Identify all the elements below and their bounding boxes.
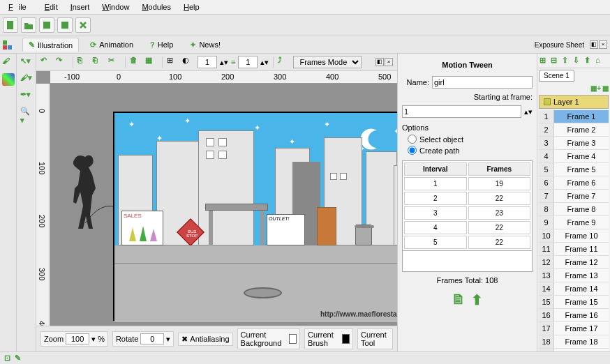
manhole [244, 287, 282, 298]
save-button[interactable] [39, 17, 54, 33]
menubar: File Edit Insert Window Modules Help [0, 0, 610, 15]
cut-icon[interactable]: ✂ [108, 56, 121, 68]
scene-tab[interactable]: Scene 1 [539, 70, 574, 82]
paste-icon[interactable]: ⎗ [93, 56, 105, 68]
select-tool-icon[interactable]: ↖︎▾ [20, 56, 33, 69]
menu-window[interactable]: Window [96, 1, 135, 13]
lock-icon[interactable]: ⬆ [584, 56, 594, 66]
tween-apply-icon[interactable]: ⬆ [471, 291, 483, 308]
tab-news[interactable]: ✦ News! [184, 38, 226, 52]
frame-row[interactable]: 14Frame 14 [539, 282, 609, 296]
frame-row[interactable]: 13Frame 13 [539, 269, 609, 282]
tween-start-input[interactable] [402, 105, 521, 118]
moon-icon [359, 127, 384, 151]
delete-icon[interactable]: 🗑 [130, 56, 142, 68]
frame-row[interactable]: 1Frame 1 [539, 110, 609, 123]
rotate-input[interactable] [140, 333, 164, 344]
move-up-icon[interactable]: ⇧ [562, 56, 572, 66]
layer-add-icon[interactable]: ▦+ [590, 84, 601, 92]
menu-edit[interactable]: Edit [39, 1, 64, 13]
character-girl[interactable] [68, 153, 103, 230]
zoom-input[interactable] [66, 333, 89, 344]
undo-icon[interactable]: ↶ [40, 56, 53, 68]
grid-icon[interactable]: ⊞ [167, 56, 179, 68]
status-icon-2[interactable]: ✎ [15, 354, 21, 363]
bottom-statusbar: Zoom ▾% Rotate ▾ ✖Antialiasing Current B… [36, 326, 397, 351]
frame-row[interactable]: 10Frame 10 [539, 229, 609, 243]
onion-after-input[interactable] [238, 56, 258, 68]
move-down-icon[interactable]: ⇩ [573, 56, 583, 66]
open-button[interactable] [21, 17, 36, 33]
bg-swatch[interactable] [289, 334, 297, 344]
spinner-icon[interactable]: ▴▾ [524, 107, 533, 116]
onion-before-input[interactable] [198, 56, 217, 68]
frame-row[interactable]: 2Frame 2 [539, 123, 609, 137]
brush-swatch[interactable] [342, 334, 350, 344]
menu-file[interactable]: File [3, 1, 38, 13]
table-row[interactable]: 222 [404, 192, 530, 205]
tab-animation[interactable]: ⟳ Animation [84, 38, 139, 52]
canvas-viewport[interactable]: -100 0 100 200 300 400 500 600 0 100 200… [36, 71, 397, 326]
frame-row[interactable]: 4Frame 4 [539, 150, 609, 163]
svg-text:✦: ✦ [128, 120, 135, 128]
tab-illustration[interactable]: ✎ Illustration [22, 38, 79, 52]
home-icon[interactable]: ⌂ [595, 56, 605, 66]
layer-settings-icon[interactable]: ▦ [602, 84, 609, 92]
remove-frame-icon[interactable]: ⊟ [551, 56, 560, 66]
menu-help[interactable]: Help [178, 1, 205, 13]
zoom-tool-icon[interactable]: 🔍▾ [20, 107, 33, 119]
frames-mode-select[interactable]: Frames Mode [293, 56, 362, 68]
brush-color-field[interactable]: Current Brush [304, 328, 353, 349]
exposure-close-icon[interactable]: × [599, 40, 607, 49]
status-icon-1[interactable]: ⊡ [4, 354, 10, 363]
tween-name-input[interactable] [432, 76, 533, 89]
table-row[interactable]: 323 [404, 206, 530, 220]
pen-tool-icon[interactable]: ✒▾ [20, 90, 33, 103]
table-row[interactable]: 522 [404, 236, 530, 249]
layers-icon[interactable]: ≡ [231, 58, 235, 66]
tab-help[interactable]: ? Help [144, 38, 179, 51]
add-frame-icon[interactable]: ⊞ [540, 56, 549, 66]
export-icon[interactable]: ⤴ [278, 56, 290, 68]
frame-row[interactable]: 15Frame 15 [539, 296, 609, 309]
exposure-detach-icon[interactable]: ◧ [590, 40, 598, 49]
exposure-sheet-panel: ⊞ ⊟ ⇧ ⇩ ⬆ ⌂ Scene 1 ▦+ ▦ Layer 1 1Frame … [537, 54, 610, 351]
copy-icon[interactable]: ⎘ [77, 56, 90, 68]
create-path-radio[interactable] [408, 146, 417, 155]
new-button[interactable] [3, 17, 18, 33]
frame-row[interactable]: 17Frame 17 [539, 322, 609, 335]
saveas-button[interactable] [57, 17, 73, 33]
bg-color-field[interactable]: Current Background [237, 328, 301, 349]
select-object-label: Select object [419, 135, 463, 144]
frame-toolbar: ↶ ↷ ⎘ ⎗ ✂ 🗑 ▦ ⊞ ◐ ▴▾ ≡ ▴▾ ⤴ Frames Mode … [36, 54, 397, 71]
frame-row[interactable]: 11Frame 11 [539, 243, 609, 256]
paint-tool-icon[interactable]: 🖌▾ [20, 73, 33, 86]
frame-row[interactable]: 3Frame 3 [539, 137, 609, 150]
canvas-close-icon[interactable]: × [385, 58, 393, 66]
table-row[interactable]: 422 [404, 221, 530, 234]
frame-row[interactable]: 9Frame 9 [539, 216, 609, 229]
watermark-text: http://www.maefloresta.com [320, 310, 397, 318]
color-palette-icon[interactable] [2, 73, 15, 86]
onion-icon[interactable]: ◐ [182, 56, 195, 68]
frame-row[interactable]: 18Frame 18 [539, 335, 609, 349]
close-button[interactable] [75, 17, 91, 33]
tween-save-icon[interactable]: 🗎 [452, 291, 466, 308]
table-row[interactable]: 119 [404, 177, 530, 190]
svg-rect-0 [7, 21, 13, 29]
frame-row[interactable]: 12Frame 12 [539, 256, 609, 269]
select-object-radio[interactable] [408, 135, 417, 144]
antialias-toggle[interactable]: ✖Antialiasing [178, 333, 232, 346]
menu-insert[interactable]: Insert [65, 1, 96, 13]
frame-row[interactable]: 7Frame 7 [539, 190, 609, 203]
canvas-detach-icon[interactable]: ◧ [375, 58, 384, 66]
layer-header[interactable]: Layer 1 [539, 95, 609, 109]
frame-row[interactable]: 6Frame 6 [539, 176, 609, 190]
menu-modules[interactable]: Modules [136, 1, 177, 13]
redo-icon[interactable]: ↷ [56, 56, 68, 68]
brush-tool-icon[interactable]: 🖌 [2, 56, 15, 69]
frame-row[interactable]: 16Frame 16 [539, 309, 609, 322]
group-icon[interactable]: ▦ [145, 56, 158, 68]
frame-row[interactable]: 8Frame 8 [539, 203, 609, 216]
frame-row[interactable]: 5Frame 5 [539, 163, 609, 176]
